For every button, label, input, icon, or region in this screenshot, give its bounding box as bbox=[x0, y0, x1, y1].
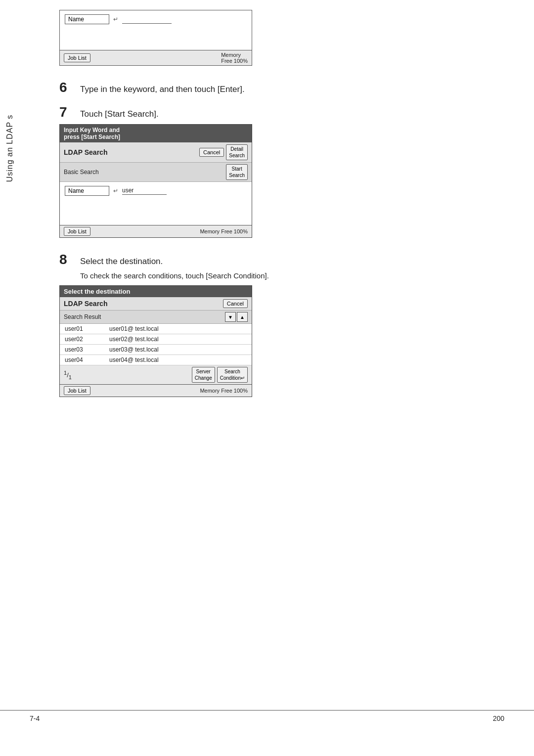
user-name-3: user03 bbox=[65, 346, 109, 353]
cancel-btn-mid[interactable]: Cancel bbox=[199, 148, 224, 157]
job-list-btn-top[interactable]: Job List bbox=[64, 53, 90, 62]
memory-status-dest: Memory Free 100% bbox=[200, 388, 248, 394]
page-num-left: 7-4 bbox=[30, 714, 40, 722]
dest-screenshot: Select the destination LDAP Search Cance… bbox=[59, 285, 252, 397]
step6-row: 6 Type in the keyword, and then touch [E… bbox=[59, 80, 514, 95]
scroll-arrows: ▼ ▲ bbox=[225, 312, 248, 322]
search-condition-btn[interactable]: Search Condition↵ bbox=[217, 367, 248, 383]
user-name-4: user04 bbox=[65, 356, 109, 363]
mid-input-area bbox=[60, 198, 252, 225]
user-name-1: user01 bbox=[65, 325, 109, 332]
user-email-3: user03@ test.local bbox=[109, 346, 159, 353]
step7-text: Touch [Start Search]. bbox=[80, 109, 159, 119]
table-row[interactable]: user03 user03@ test.local bbox=[60, 345, 252, 355]
top-screenshot: Name ↵ Job List Memory Free 100% bbox=[59, 10, 252, 66]
name-value-mid: user bbox=[122, 187, 167, 195]
cancel-btn-dest[interactable]: Cancel bbox=[223, 299, 248, 308]
mid-title-bar: Input Key Word and press [Start Search] bbox=[60, 125, 252, 142]
page-indicator: 1/1 bbox=[64, 370, 72, 380]
user-email-1: user01@ test.local bbox=[109, 325, 159, 332]
arrow-down-btn[interactable]: ▼ bbox=[225, 312, 236, 322]
detail-search-btn-mid[interactable]: Detail Search bbox=[226, 144, 248, 160]
start-search-btn-mid[interactable]: Start Search bbox=[226, 164, 248, 180]
step6-num: 6 bbox=[59, 80, 73, 95]
basic-search-label: Basic Search bbox=[64, 169, 99, 176]
user-name-2: user02 bbox=[65, 336, 109, 343]
sidebar-label: Using an LDAP s bbox=[0, 0, 20, 297]
mid-screenshot: Input Key Word and press [Start Search] … bbox=[59, 124, 252, 238]
page-num-right: 200 bbox=[493, 714, 504, 722]
step8-row: 8 Select the destination. bbox=[59, 252, 514, 267]
table-row[interactable]: user04 user04@ test.local bbox=[60, 355, 252, 365]
memory-status-mid: Memory Free 100% bbox=[200, 228, 248, 234]
user-email-2: user02@ test.local bbox=[109, 336, 159, 343]
bottom-bar: 7-4 200 bbox=[0, 710, 534, 726]
dest-title-bar: Select the destination bbox=[60, 286, 252, 297]
job-list-btn-dest[interactable]: Job List bbox=[64, 386, 90, 395]
server-change-btn[interactable]: Server Change bbox=[192, 367, 215, 383]
user-email-4: user04@ test.local bbox=[109, 356, 159, 363]
step6-text: Type in the keyword, and then touch [Ent… bbox=[80, 85, 245, 94]
step8-text: Select the destination. bbox=[80, 257, 163, 267]
name-underline-top bbox=[122, 15, 172, 24]
step7-row: 7 Touch [Start Search]. bbox=[59, 104, 514, 120]
step7-num: 7 bbox=[59, 104, 73, 120]
name-field-top[interactable]: Name bbox=[65, 14, 109, 24]
table-row[interactable]: user01 user01@ test.local bbox=[60, 324, 252, 334]
table-row[interactable]: user02 user02@ test.local bbox=[60, 334, 252, 345]
search-result-label: Search Result bbox=[64, 313, 101, 320]
name-field-mid[interactable]: Name bbox=[65, 186, 109, 196]
step8-note: To check the search conditions, touch [S… bbox=[80, 271, 269, 280]
step8-num: 8 bbox=[59, 252, 73, 267]
ldap-search-label-mid: LDAP Search bbox=[64, 148, 107, 156]
job-list-btn-mid[interactable]: Job List bbox=[64, 227, 90, 236]
arrow-up-btn[interactable]: ▲ bbox=[237, 312, 248, 322]
ldap-search-label-dest: LDAP Search bbox=[64, 300, 107, 308]
memory-status-top: Memory Free 100% bbox=[221, 52, 248, 64]
